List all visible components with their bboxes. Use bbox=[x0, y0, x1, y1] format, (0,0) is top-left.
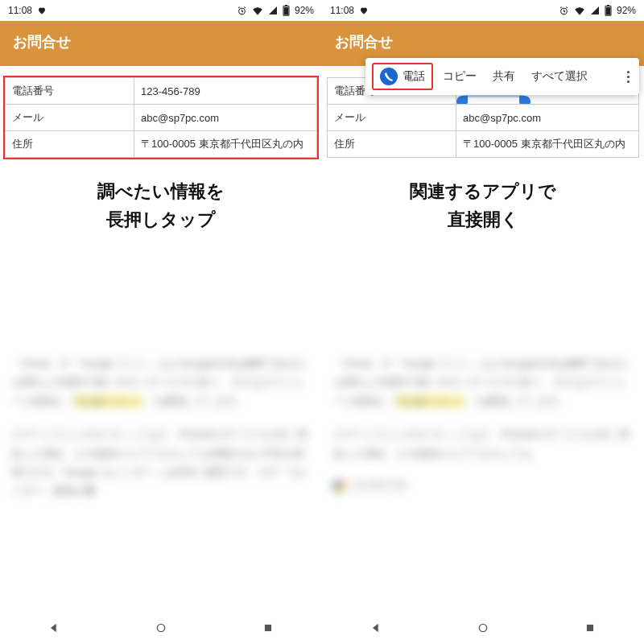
clock: 11:08 bbox=[330, 5, 354, 16]
alarm-icon bbox=[559, 6, 569, 16]
battery-icon bbox=[283, 5, 290, 16]
heart-icon bbox=[37, 6, 47, 15]
blurred-content: 「Gmail」や「Google フォト」などGoogle公式は無料であるにも関わ… bbox=[0, 354, 322, 612]
smart-suggestion[interactable]: 123-456-789 bbox=[333, 477, 633, 495]
phone-icon bbox=[380, 68, 398, 85]
svg-rect-5 bbox=[265, 625, 271, 631]
svg-rect-8 bbox=[606, 7, 611, 15]
battery-pct: 92% bbox=[295, 5, 314, 16]
selection-handle-left[interactable] bbox=[456, 96, 468, 105]
menu-call[interactable]: 電話 bbox=[372, 63, 433, 90]
menu-select-all[interactable]: すべて選択 bbox=[525, 64, 594, 89]
svg-rect-11 bbox=[587, 625, 593, 631]
svg-rect-3 bbox=[285, 5, 287, 6]
navigation-bar bbox=[322, 612, 644, 644]
email-value[interactable]: abc@sp7pc.com bbox=[456, 105, 639, 131]
svg-rect-9 bbox=[607, 5, 609, 6]
menu-share[interactable]: 共有 bbox=[486, 64, 522, 89]
caption-left: 調べたい情報を 長押しタップ bbox=[0, 177, 322, 233]
email-value[interactable]: abc@sp7pc.com bbox=[134, 105, 317, 131]
wifi-icon bbox=[252, 6, 263, 15]
phone-value[interactable]: 123-456-789 bbox=[134, 78, 317, 105]
back-button[interactable] bbox=[47, 621, 61, 635]
menu-more-icon[interactable] bbox=[622, 66, 634, 88]
signal-icon bbox=[268, 6, 278, 15]
blurred-content: 「Gmail」や「Google フォト」などGoogle公式は無料であるにも関わ… bbox=[322, 354, 644, 612]
home-button[interactable] bbox=[154, 621, 168, 635]
battery-icon bbox=[605, 5, 612, 16]
menu-copy[interactable]: コピー bbox=[436, 64, 483, 89]
selection-handle-right[interactable] bbox=[519, 96, 530, 105]
text-selection-menu: 電話 コピー 共有 すべて選択 bbox=[365, 58, 639, 95]
battery-pct: 92% bbox=[617, 5, 636, 16]
address-value[interactable]: 〒100-0005 東京都千代田区丸の内 bbox=[134, 131, 317, 158]
heart-icon bbox=[359, 6, 369, 15]
table-row: メールabc@sp7pc.com bbox=[6, 105, 317, 131]
caption-right: 関連するアプリで 直接開く bbox=[322, 177, 644, 233]
contact-table: 電話番号123-456-789 メールabc@sp7pc.com 住所〒100-… bbox=[5, 77, 317, 158]
svg-point-10 bbox=[479, 624, 486, 631]
clock: 11:08 bbox=[8, 5, 32, 16]
signal-icon bbox=[590, 6, 600, 15]
table-row: メールabc@sp7pc.com bbox=[328, 105, 639, 131]
google-icon bbox=[333, 481, 345, 492]
back-button[interactable] bbox=[369, 621, 383, 635]
svg-point-4 bbox=[157, 624, 164, 631]
recents-button[interactable] bbox=[583, 621, 597, 635]
alarm-icon bbox=[237, 6, 247, 16]
recents-button[interactable] bbox=[261, 621, 275, 635]
table-row: 電話番号123-456-789 bbox=[6, 78, 317, 105]
page-title: お問合せ bbox=[0, 21, 322, 66]
home-button[interactable] bbox=[476, 621, 490, 635]
table-row: 住所〒100-0005 東京都千代田区丸の内 bbox=[328, 131, 639, 158]
navigation-bar bbox=[0, 612, 322, 644]
status-bar: 11:08 92% bbox=[0, 0, 322, 21]
wifi-icon bbox=[574, 6, 585, 15]
table-row: 住所〒100-0005 東京都千代田区丸の内 bbox=[6, 131, 317, 158]
address-value[interactable]: 〒100-0005 東京都千代田区丸の内 bbox=[456, 131, 639, 158]
svg-rect-2 bbox=[284, 7, 289, 15]
status-bar: 11:08 92% bbox=[322, 0, 644, 21]
